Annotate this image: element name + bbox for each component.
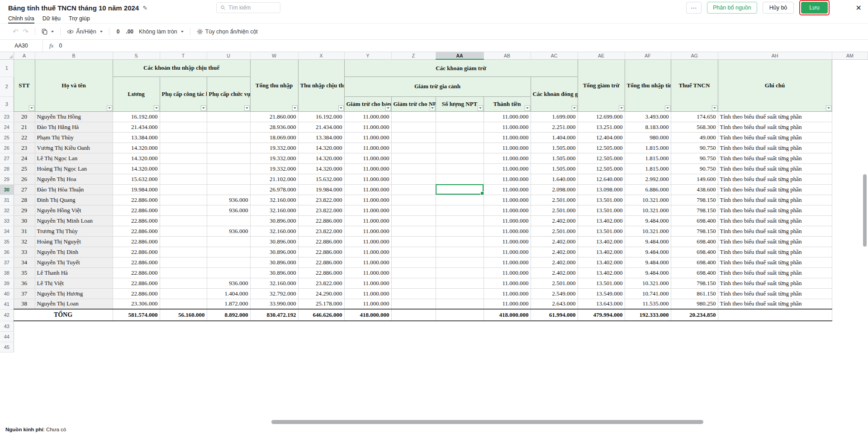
cell-A23[interactable]: 20	[14, 111, 35, 122]
cell-AF40[interactable]: 10.741.000	[625, 288, 671, 299]
cell-AH40[interactable]: Tính theo biểu thuế suất từng phần	[718, 288, 832, 299]
cell-S41[interactable]: 23.306.000	[113, 299, 160, 309]
cell-X34[interactable]: 23.822.000	[298, 226, 344, 236]
cell-AE31[interactable]: 13.501.000	[578, 195, 625, 205]
header-so-luong-npt[interactable]: Số lượng NPT	[436, 96, 484, 111]
header-tn-tinh-thue[interactable]: Tổng thu nhập tính thuế	[625, 59, 671, 111]
cell-AH23[interactable]: Tính theo biểu thuế suất từng phần	[718, 111, 832, 122]
cell-U27[interactable]	[207, 153, 250, 163]
cell-AA37[interactable]	[436, 257, 484, 267]
cell-AG37[interactable]: 698.400	[671, 257, 718, 267]
header-dong-gop[interactable]: Các khoản đóng góp	[531, 76, 578, 111]
cell-T28[interactable]	[160, 163, 207, 174]
cell-W26[interactable]: 19.332.000	[250, 143, 298, 153]
cell-AG29[interactable]: 149.600	[671, 174, 718, 184]
cell-A38[interactable]: 35	[14, 267, 35, 278]
cell-T26[interactable]	[160, 143, 207, 153]
cell-AF31[interactable]: 10.321.000	[625, 195, 671, 205]
cell-T38[interactable]	[160, 267, 207, 278]
cell-AB37[interactable]: 11.000.000	[484, 257, 531, 267]
cell-AH38[interactable]: Tính theo biểu thuế suất từng phần	[718, 267, 832, 278]
filter-icon[interactable]	[525, 105, 530, 111]
cell-AA23[interactable]	[436, 111, 484, 122]
row-header-1[interactable]: 1	[0, 59, 14, 76]
search-box[interactable]	[216, 2, 280, 13]
horizontal-scrollbar[interactable]	[271, 420, 703, 424]
header-thanh-tien[interactable]: Thành tiền	[484, 96, 531, 111]
cell-T39[interactable]	[160, 278, 207, 288]
cell-AC29[interactable]: 1.640.000	[531, 174, 578, 184]
cell-AM23[interactable]	[832, 111, 868, 122]
cell-AC28[interactable]: 1.505.000	[531, 163, 578, 174]
cell-AH34[interactable]: Tính theo biểu thuế suất từng phần	[718, 226, 832, 236]
cell-AE30[interactable]: 13.098.000	[578, 184, 625, 195]
cell-Z28[interactable]	[391, 163, 436, 174]
cell-AH41[interactable]: Tính theo biểu thuế suất từng phần	[718, 299, 832, 309]
cell-AA33[interactable]	[436, 215, 484, 226]
cell-A34[interactable]: 31	[14, 226, 35, 236]
cell-AC32[interactable]: 2.501.000	[531, 205, 578, 215]
cell-AB35[interactable]: 11.000.000	[484, 236, 531, 247]
cell-B29[interactable]: Nguyễn Thị Hoa	[35, 174, 113, 184]
empty-row-area[interactable]	[14, 331, 868, 342]
cell-X29[interactable]: 15.632.000	[298, 174, 344, 184]
header-ho-va-ten[interactable]: Họ và tên	[35, 59, 113, 111]
cell-W23[interactable]: 21.860.000	[250, 111, 298, 122]
cell-AB24[interactable]: 11.000.000	[484, 122, 531, 132]
cell-A32[interactable]: 29	[14, 205, 35, 215]
cell-A26[interactable]: 23	[14, 143, 35, 153]
cell-T34[interactable]	[160, 226, 207, 236]
cell-AC40[interactable]: 2.549.000	[531, 288, 578, 299]
cell-A33[interactable]: 30	[14, 215, 35, 226]
cell-AF32[interactable]: 10.321.000	[625, 205, 671, 215]
cell-AH36[interactable]: Tính theo biểu thuế suất từng phần	[718, 247, 832, 257]
cell-X30[interactable]: 19.984.000	[298, 184, 344, 195]
cell-W37[interactable]: 30.896.000	[250, 257, 298, 267]
cell-AC38[interactable]: 2.402.000	[531, 267, 578, 278]
header-stt[interactable]: STT	[14, 59, 35, 111]
cell-AB41[interactable]: 11.000.000	[484, 299, 531, 309]
cell-X23[interactable]: 16.192.000	[298, 111, 344, 122]
cell-AE40[interactable]: 13.549.000	[578, 288, 625, 299]
row-header-36[interactable]: 36	[0, 247, 14, 257]
cell-AM29[interactable]	[832, 174, 868, 184]
cell-AG30[interactable]: 438.600	[671, 184, 718, 195]
cell-AM41[interactable]	[832, 299, 868, 309]
cell-S33[interactable]: 22.886.000	[113, 215, 160, 226]
filter-icon[interactable]	[478, 105, 483, 111]
cell-S29[interactable]: 15.632.000	[113, 174, 160, 184]
rounding-dropdown[interactable]: Không làm tròn	[139, 29, 184, 35]
column-header-AB[interactable]: AB	[484, 52, 531, 59]
cell-AM24[interactable]	[832, 122, 868, 132]
cell-AF24[interactable]: 8.183.000	[625, 122, 671, 132]
cell-X35[interactable]: 22.886.000	[298, 236, 344, 247]
header-tong-thu-nhap[interactable]: Tổng thu nhập	[250, 59, 298, 111]
cell-AF30[interactable]: 6.886.000	[625, 184, 671, 195]
cell-AG35[interactable]: 698.400	[671, 236, 718, 247]
row-header-27[interactable]: 27	[0, 153, 14, 163]
cell-Y29[interactable]: 11.000.000	[344, 174, 391, 184]
cell-AE33[interactable]: 13.402.000	[578, 215, 625, 226]
cell-U40[interactable]: 1.404.000	[207, 288, 250, 299]
column-header-AF[interactable]: AF	[625, 52, 671, 59]
column-header-AG[interactable]: AG	[671, 52, 718, 59]
menu-edit[interactable]: Chỉnh sửa	[8, 15, 34, 24]
cell-S36[interactable]: 22.886.000	[113, 247, 160, 257]
cell-S26[interactable]: 14.320.000	[113, 143, 160, 153]
edit-title-icon[interactable]: ✎	[142, 5, 147, 11]
cell-X28[interactable]: 14.320.000	[298, 163, 344, 174]
cell-U34[interactable]: 936.000	[207, 226, 250, 236]
cell-B30[interactable]: Đào Thị Hòa Thuận	[35, 184, 113, 195]
cell-AG26[interactable]: 90.750	[671, 143, 718, 153]
cell-AC24[interactable]: 2.251.000	[531, 122, 578, 132]
cell-Z36[interactable]	[391, 247, 436, 257]
cell-AF35[interactable]: 9.484.000	[625, 236, 671, 247]
row-header-29[interactable]: 29	[0, 174, 14, 184]
cell-AB31[interactable]: 11.000.000	[484, 195, 531, 205]
header-ghi-chu[interactable]: Ghi chú	[718, 59, 832, 111]
cell-AG27[interactable]: 90.750	[671, 153, 718, 163]
cell-U38[interactable]	[207, 267, 250, 278]
header-pc-chuc-vu[interactable]: Phụ cấp chức vụ	[207, 76, 250, 111]
cell-AC34[interactable]: 2.501.000	[531, 226, 578, 236]
cell-T32[interactable]	[160, 205, 207, 215]
